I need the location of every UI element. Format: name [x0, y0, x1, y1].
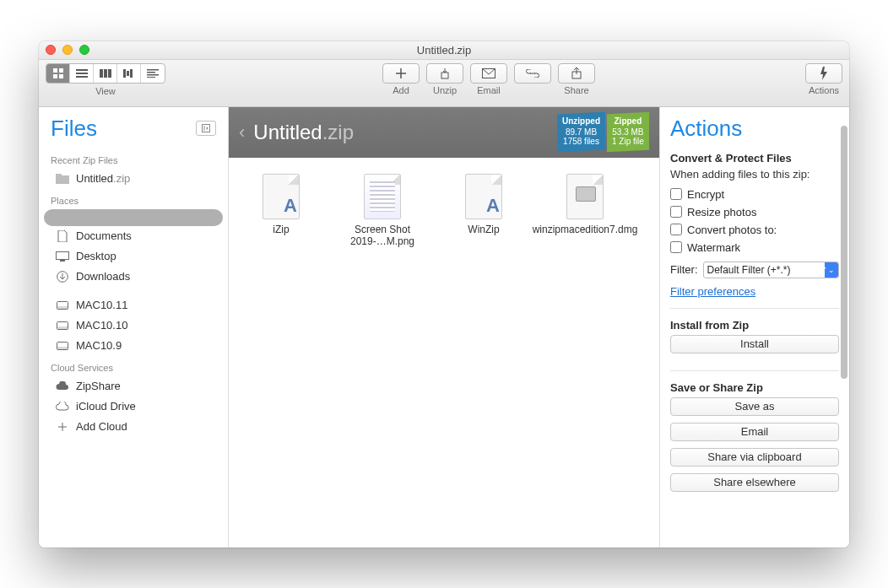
resize-checkbox[interactable]: [670, 206, 682, 218]
zipped-stat: Zipped 53.3 MB 1 Zip file: [607, 112, 649, 153]
back-button[interactable]: ‹: [239, 121, 245, 143]
install-button[interactable]: Install: [670, 335, 839, 353]
encrypt-row[interactable]: Encrypt: [670, 186, 839, 203]
main-panel: ‹ Untitled.zip Unzipped 89.7 MB 1758 fil…: [229, 107, 659, 548]
svg-rect-7: [100, 69, 103, 78]
svg-rect-11: [127, 71, 129, 76]
view-detail-button[interactable]: [141, 64, 165, 83]
place-item-selected[interactable]: [44, 209, 223, 226]
cloud-zipshare[interactable]: ZipShare: [44, 376, 223, 396]
share-elsewhere-button[interactable]: Share elsewhere: [670, 473, 839, 492]
share-button[interactable]: [558, 63, 595, 84]
cloud-label: ZipShare: [76, 380, 121, 392]
link-label: [531, 85, 533, 95]
zip-ext: .zip: [322, 121, 354, 143]
resize-label: Resize photos: [687, 206, 756, 218]
divider: [670, 308, 839, 309]
cloud-add[interactable]: Add Cloud: [44, 417, 223, 437]
svg-rect-9: [108, 69, 111, 78]
share-clipboard-button[interactable]: Share via clipboard: [670, 448, 839, 467]
save-as-button[interactable]: Save as: [670, 397, 839, 416]
place-downloads[interactable]: Downloads: [44, 267, 223, 287]
svg-rect-29: [57, 347, 68, 350]
titlebar: Untitled.zip: [39, 41, 849, 60]
svg-rect-13: [147, 69, 159, 71]
sidebar: Files Recent Zip Files Untitled.zip Plac…: [39, 107, 229, 548]
volume-item[interactable]: MAC10.10: [44, 316, 223, 336]
cloud-label: iCloud Drive: [76, 400, 136, 413]
unzipped-stat: Unzipped 89.7 MB 1758 files: [557, 112, 605, 153]
actions-label: Actions: [809, 85, 839, 95]
svg-rect-25: [57, 306, 68, 310]
disk-icon: [56, 339, 69, 353]
sidebar-title: Files: [51, 116, 97, 142]
svg-rect-10: [123, 69, 126, 78]
place-documents[interactable]: Documents: [44, 226, 223, 246]
watermark-row[interactable]: Watermark: [670, 239, 839, 256]
svg-rect-21: [57, 251, 69, 259]
traffic-lights: [46, 45, 89, 55]
place-desktop[interactable]: Desktop: [44, 246, 223, 267]
file-item[interactable]: winzipmacedition7.dmg: [543, 173, 627, 247]
zoom-window-button[interactable]: [79, 45, 89, 55]
unzip-label: Unzip: [433, 85, 457, 95]
resize-row[interactable]: Resize photos: [670, 203, 839, 221]
place-label: Downloads: [76, 270, 130, 283]
cloud-header: Cloud Services: [39, 356, 228, 376]
view-icon-button[interactable]: [46, 64, 70, 83]
unzip-button[interactable]: [426, 63, 463, 84]
recent-ext: .zip: [113, 172, 130, 185]
filter-value: Default Filter (+*.*): [707, 264, 791, 276]
collapse-sidebar-button[interactable]: [196, 121, 216, 136]
cloud-icloud[interactable]: iCloud Drive: [44, 396, 223, 417]
svg-rect-6: [76, 76, 88, 78]
app-icon: A: [457, 173, 511, 220]
close-window-button[interactable]: [46, 45, 56, 55]
convert-photos-label: Convert photos to:: [687, 224, 777, 236]
volume-item[interactable]: MAC10.9: [44, 336, 223, 356]
view-gallery-button[interactable]: [117, 64, 141, 83]
view-column-button[interactable]: [94, 64, 117, 83]
place-label: Desktop: [76, 250, 116, 262]
volume-item[interactable]: MAC10.11: [44, 295, 223, 316]
file-item[interactable]: A WinZip: [441, 173, 526, 247]
convert-sub: When adding files to this zip:: [670, 168, 839, 181]
svg-rect-5: [76, 73, 88, 74]
watermark-label: Watermark: [687, 241, 740, 254]
link-button[interactable]: [514, 63, 551, 84]
cloud-label: Add Cloud: [76, 420, 127, 433]
folder-icon: [56, 172, 69, 186]
unzipped-size: 89.7 MB: [562, 127, 600, 137]
add-button[interactable]: [382, 63, 420, 84]
file-item[interactable]: A iZip: [239, 173, 323, 247]
app-window: Untitled.zip View: [39, 41, 849, 548]
install-header: Install from Zip: [670, 319, 839, 332]
file-name: Screen Shot 2019-…M.png: [340, 224, 425, 247]
share-label: Share: [564, 85, 588, 95]
recent-header: Recent Zip Files: [39, 148, 228, 169]
convert-photos-checkbox[interactable]: [670, 224, 682, 235]
file-item[interactable]: Screen Shot 2019-…M.png: [340, 173, 425, 247]
recent-zip-item[interactable]: Untitled.zip: [44, 169, 223, 189]
view-list-button[interactable]: [70, 64, 94, 83]
filter-preferences-link[interactable]: Filter preferences: [670, 285, 755, 298]
window-title: Untitled.zip: [417, 44, 471, 57]
svg-rect-22: [60, 260, 65, 262]
dmg-icon: [558, 173, 612, 220]
toolbar: View Add Unzip Email Share: [39, 60, 849, 107]
email-action-button[interactable]: Email: [670, 423, 839, 441]
filter-select[interactable]: Default Filter (+*.*) ⌃⌄: [703, 262, 840, 278]
minimize-window-button[interactable]: [62, 45, 73, 55]
watermark-checkbox[interactable]: [670, 241, 682, 253]
file-name: WinZip: [468, 224, 499, 235]
actions-button[interactable]: [805, 63, 842, 84]
convert-photos-row[interactable]: Convert photos to:: [670, 221, 839, 239]
file-grid: A iZip Screen Shot 2019-…M.png A WinZip …: [229, 158, 659, 548]
encrypt-checkbox[interactable]: [670, 188, 682, 200]
disk-icon: [56, 299, 69, 312]
email-button[interactable]: [470, 63, 507, 84]
zipped-files: 1 Zip file: [612, 137, 644, 146]
scrollbar-thumb[interactable]: [841, 126, 847, 379]
actions-panel: Actions Convert & Protect Files When add…: [659, 107, 849, 548]
save-header: Save or Share Zip: [670, 381, 839, 394]
